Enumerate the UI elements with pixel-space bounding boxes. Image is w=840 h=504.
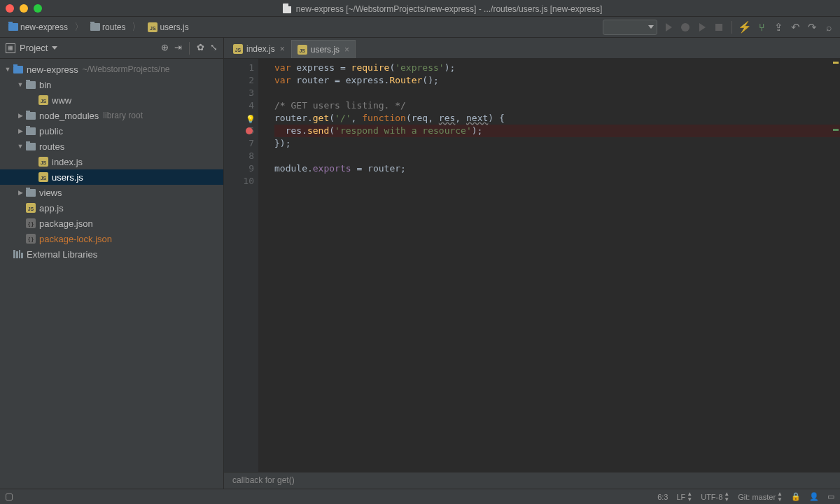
- breadcrumb-item[interactable]: JS users.js: [145, 21, 191, 34]
- commit-icon: ⇪: [774, 21, 783, 34]
- close-window-button[interactable]: [6, 4, 14, 13]
- tree-item[interactable]: { }package-lock.json: [0, 231, 223, 246]
- play-icon: [666, 23, 672, 31]
- toolbar: ⚡ ⑂ ⇪ ↶ ↷ ⌕: [603, 20, 834, 35]
- editor-tab[interactable]: JSusers.js×: [291, 40, 356, 58]
- stop-button[interactable]: [713, 22, 724, 33]
- zoom-window-button[interactable]: [34, 4, 42, 13]
- tree-item[interactable]: JSindex.js: [0, 154, 223, 169]
- tree-item[interactable]: { }package.json: [0, 216, 223, 231]
- line-separator[interactable]: LF▲▼: [676, 491, 692, 503]
- run-config-dropdown[interactable]: [603, 20, 657, 35]
- chevron-right-icon: 〉: [131, 21, 142, 34]
- caret-position[interactable]: 6:3: [657, 493, 668, 501]
- file-icon: [283, 4, 291, 13]
- main-split: ▦ Project ⊕ ⇥ ✿ ⤡ ▼new-express~/Webstorm…: [0, 38, 840, 489]
- coverage-button[interactable]: [696, 22, 708, 33]
- breadcrumb-item[interactable]: routes: [88, 21, 128, 34]
- search-button[interactable]: ⌕: [823, 22, 834, 33]
- window-title: new-express [~/WebstormProjects/new-expr…: [50, 2, 834, 14]
- collapse-icon[interactable]: ⇥: [174, 42, 182, 55]
- tree-item[interactable]: ▶public: [0, 123, 223, 139]
- hector-icon[interactable]: 👤: [809, 492, 819, 501]
- breadcrumb: new-express〉 routes〉JS users.js: [6, 21, 192, 34]
- editor-tabs: JSindex.js×JSusers.js×: [224, 38, 840, 59]
- undo-button[interactable]: ↶: [790, 22, 801, 33]
- error-stripe[interactable]: [832, 59, 840, 472]
- debug-button[interactable]: [680, 22, 691, 33]
- title-bar: new-express [~/WebstormProjects/new-expr…: [0, 0, 840, 17]
- undo-icon: ↶: [791, 21, 800, 34]
- file-encoding[interactable]: UTF-8▲▼: [701, 491, 729, 503]
- inspect-button[interactable]: ⚡: [739, 22, 750, 33]
- project-tool-header[interactable]: ▦ Project ⊕ ⇥ ✿ ⤡: [0, 38, 223, 59]
- editor-tab[interactable]: JSindex.js×: [227, 40, 291, 58]
- vcs-update-button[interactable]: ⑂: [756, 22, 767, 33]
- close-tab-icon[interactable]: ×: [280, 44, 285, 54]
- project-tool-label: Project: [20, 43, 48, 53]
- tool-window-icon[interactable]: [6, 493, 13, 500]
- editor-area: JSindex.js×JSusers.js× 12345💡678910 var …: [224, 38, 840, 489]
- tree-item[interactable]: ▶node_moduleslibrary root: [0, 108, 223, 123]
- code-content[interactable]: var express = require('express');var rou…: [259, 59, 840, 472]
- memory-icon[interactable]: ▭: [827, 492, 834, 501]
- tree-item[interactable]: JSwww: [0, 92, 223, 108]
- lightning-icon: ⚡: [738, 20, 752, 34]
- hide-icon[interactable]: ⤡: [210, 42, 218, 55]
- gutter[interactable]: 12345💡678910: [224, 59, 259, 472]
- separator: [732, 21, 732, 34]
- tree-item[interactable]: ▼routes: [0, 139, 223, 154]
- gear-icon[interactable]: ✿: [197, 42, 204, 55]
- tree-item[interactable]: ▼new-express~/WebstormProjects/ne: [0, 62, 223, 77]
- project-tool-actions: ⊕ ⇥ ✿ ⤡: [161, 42, 218, 55]
- project-sidebar: ▦ Project ⊕ ⇥ ✿ ⤡ ▼new-express~/Webstorm…: [0, 38, 224, 489]
- stop-icon: [715, 24, 722, 31]
- git-branch[interactable]: Git: master▲▼: [738, 491, 783, 503]
- tree-item[interactable]: ▼bin: [0, 77, 223, 92]
- vcs-commit-button[interactable]: ⇪: [773, 22, 784, 33]
- breadcrumb-item[interactable]: new-express: [6, 21, 71, 34]
- redo-icon: ↷: [808, 21, 817, 34]
- ok-marker[interactable]: [833, 129, 839, 131]
- project-tree[interactable]: ▼new-express~/WebstormProjects/ne▼binJSw…: [0, 59, 223, 489]
- tree-item[interactable]: ▶views: [0, 185, 223, 200]
- close-tab-icon[interactable]: ×: [344, 45, 349, 55]
- lock-icon[interactable]: 🔒: [791, 492, 801, 501]
- breadcrumb-footer: callback for get(): [224, 472, 840, 489]
- breakpoint-icon[interactable]: [246, 127, 253, 134]
- navigation-bar: new-express〉 routes〉JS users.js ⚡ ⑂ ⇪ ↶ …: [0, 17, 840, 38]
- locate-icon[interactable]: ⊕: [161, 42, 169, 55]
- warning-marker[interactable]: [833, 62, 839, 64]
- code-editor[interactable]: 12345💡678910 var express = require('expr…: [224, 59, 840, 472]
- tree-item[interactable]: JSapp.js: [0, 200, 223, 216]
- tree-item[interactable]: JSusers.js: [0, 169, 223, 185]
- status-bar: 6:3 LF▲▼ UTF-8▲▼ Git: master▲▼ 🔒 👤 ▭: [0, 489, 840, 504]
- tree-item[interactable]: External Libraries: [0, 246, 223, 262]
- play-shield-icon: [699, 23, 706, 31]
- run-button[interactable]: [663, 22, 674, 33]
- window-title-text: new-express [~/WebstormProjects/new-expr…: [296, 4, 603, 14]
- bug-icon: [681, 23, 690, 31]
- redo-button[interactable]: ↷: [806, 22, 818, 33]
- search-icon: ⌕: [826, 22, 832, 33]
- branch-icon: ⑂: [759, 22, 764, 33]
- project-tool-icon: ▦: [6, 43, 15, 53]
- window-controls: [6, 4, 42, 13]
- project-view-dropdown[interactable]: [52, 46, 57, 50]
- chevron-right-icon: 〉: [74, 21, 85, 34]
- minimize-window-button[interactable]: [20, 4, 28, 13]
- chevron-down-icon: [648, 25, 654, 29]
- footer-hint-text: callback for get(): [232, 475, 295, 485]
